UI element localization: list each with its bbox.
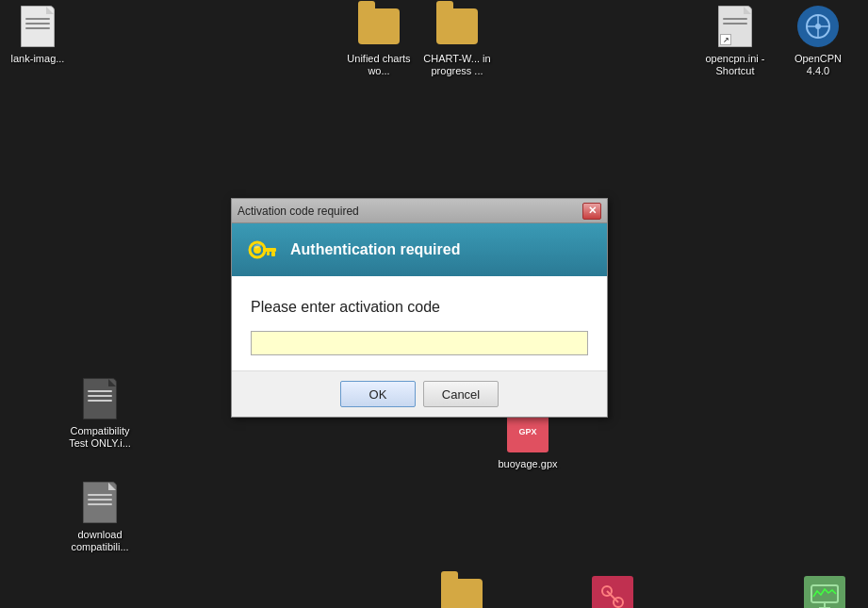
desktop-icon-chart-in-progress[interactable]: CHART-W... in progress ...: [419, 0, 495, 81]
desktop-icon-folder-bottom[interactable]: [424, 570, 500, 608]
dialog-close-button[interactable]: ✕: [582, 203, 601, 220]
desktop-icon-compatibility-test-label: Compatibility Test ONLY.i...: [66, 425, 134, 450]
desktop-icon-unified-charts-label: Unified charts wo...: [345, 53, 413, 77]
dialog-buttons: OK Cancel: [232, 370, 607, 417]
svg-rect-14: [267, 252, 270, 255]
svg-line-6: [607, 591, 618, 602]
cancel-button[interactable]: Cancel: [423, 381, 499, 407]
svg-rect-12: [263, 248, 276, 252]
desktop-icon-chart-label: CHART-W... in progress ...: [423, 53, 491, 77]
desktop-icon-opencpn-app-label: OpenCPN 4.4.0: [784, 53, 852, 77]
desktop-icon-buoyage-gpx-label: buoyage.gpx: [499, 458, 558, 470]
desktop-icon-blank-image-label: lank-imag...: [11, 53, 65, 65]
desktop-icon-opencpn-app[interactable]: OpenCPN 4.4.0: [780, 0, 856, 81]
desktop-icon-gpx-bottom[interactable]: [575, 570, 650, 608]
desktop-icon-download-compat[interactable]: download compatibili...: [62, 476, 138, 557]
dialog-message: Please enter activation code: [251, 299, 588, 316]
dialog-auth-header: Authentication required: [232, 223, 607, 276]
dialog-titlebar: Activation code required ✕: [232, 199, 607, 223]
dialog-title: Activation code required: [237, 205, 359, 218]
svg-point-3: [815, 24, 821, 29]
desktop-icon-opencpn-ini-label: opencpn.ini - Shortcut: [701, 53, 769, 77]
activation-code-input[interactable]: [251, 331, 588, 355]
key-icon: [245, 233, 279, 267]
dialog-body: Please enter activation code: [232, 276, 607, 370]
ok-button[interactable]: OK: [340, 381, 416, 407]
desktop-icon-compatibility-test[interactable]: Compatibility Test ONLY.i...: [62, 372, 138, 453]
desktop-icon-blank-image[interactable]: lank-imag...: [0, 0, 75, 69]
desktop-icon-unified-charts[interactable]: Unified charts wo...: [341, 0, 417, 81]
desktop-icon-sysmon[interactable]: [787, 570, 862, 608]
desktop-icon-opencpn-ini[interactable]: ↗ opencpn.ini - Shortcut: [697, 0, 773, 81]
desktop-icon-download-compat-label: download compatibili...: [66, 529, 134, 553]
desktop: lank-imag... Unified charts wo... CHART-…: [0, 0, 868, 608]
activation-dialog: Activation code required ✕ Au: [231, 198, 608, 418]
auth-header-title: Authentication required: [290, 241, 460, 258]
svg-rect-13: [271, 252, 275, 256]
